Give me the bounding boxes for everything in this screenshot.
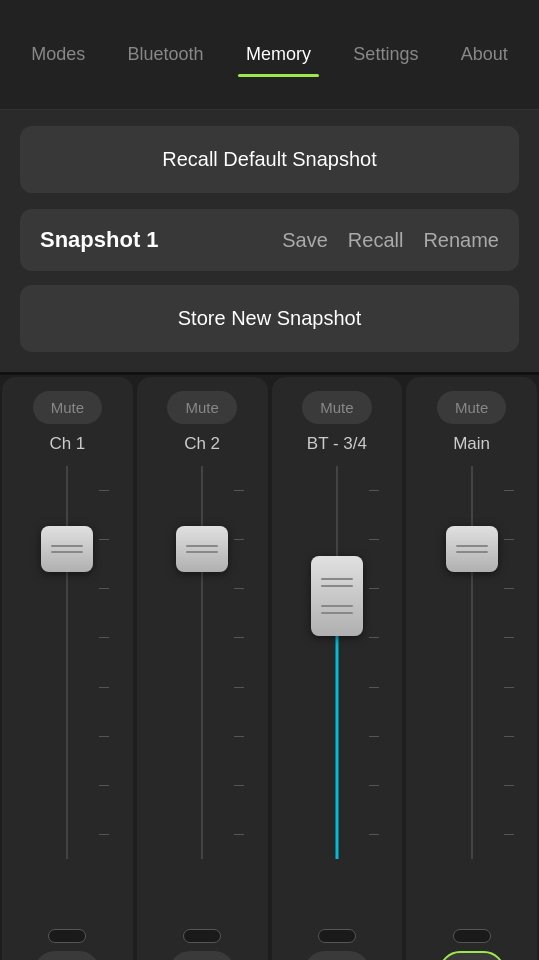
snapshot-row: Snapshot 1 Save Recall Rename <box>20 209 519 271</box>
ch1-indicator <box>48 929 86 943</box>
bt34-handle-line1 <box>321 578 353 580</box>
ch2-handle-line2 <box>186 551 218 553</box>
main-bottom <box>439 929 505 960</box>
ch2-fader-track <box>201 466 203 859</box>
nav-modes[interactable]: Modes <box>23 34 93 75</box>
bt34-track-top <box>336 466 338 566</box>
ch1-fader-handle[interactable] <box>41 526 93 572</box>
snapshot-actions: Save Recall Rename <box>282 229 499 252</box>
memory-section: Recall Default Snapshot Snapshot 1 Save … <box>0 110 539 375</box>
tick <box>504 637 514 638</box>
tick <box>369 637 379 638</box>
mute-ch1-button[interactable]: Mute <box>33 391 102 424</box>
bt34-tick-marks <box>369 466 379 859</box>
bt34-label: BT - 3/4 <box>307 434 367 454</box>
save-button[interactable]: Save <box>282 229 328 252</box>
tick <box>369 588 379 589</box>
channel-main: Mute Main <box>406 377 537 960</box>
ch1-handle-line2 <box>51 551 83 553</box>
ch1-bottom <box>34 929 100 960</box>
main-fader-handle[interactable] <box>446 526 498 572</box>
main-indicator <box>453 929 491 943</box>
ch2-fader-handle[interactable] <box>176 526 228 572</box>
channel-ch2: Mute Ch 2 <box>137 377 268 960</box>
main-tick-marks <box>504 466 514 859</box>
ch2-fader-area <box>137 466 268 929</box>
tick <box>504 687 514 688</box>
tick <box>369 834 379 835</box>
tick <box>234 785 244 786</box>
ch2-tick-marks <box>234 466 244 859</box>
tick <box>504 588 514 589</box>
tick <box>99 785 109 786</box>
tick <box>504 539 514 540</box>
ch1-tick-marks <box>99 466 109 859</box>
tick <box>369 490 379 491</box>
nav-bluetooth[interactable]: Bluetooth <box>120 34 212 75</box>
bt34-fader-area <box>272 466 403 929</box>
bt34-handle-line2 <box>321 585 353 587</box>
bt34-indicator <box>318 929 356 943</box>
nav-memory[interactable]: Memory <box>238 34 319 75</box>
tick <box>504 785 514 786</box>
recall-button[interactable]: Recall <box>348 229 404 252</box>
tick <box>504 736 514 737</box>
channel-bt34: Mute BT - 3/4 <box>272 377 403 960</box>
tick <box>369 785 379 786</box>
tick <box>234 637 244 638</box>
mute-main-button[interactable]: Mute <box>437 391 506 424</box>
ch1-fader-area <box>2 466 133 929</box>
main-handle-line2 <box>456 551 488 553</box>
tick <box>99 490 109 491</box>
tick <box>234 834 244 835</box>
main-fader-area <box>406 466 537 929</box>
main-label: Main <box>453 434 490 454</box>
tick <box>99 588 109 589</box>
tick <box>99 687 109 688</box>
tick <box>369 539 379 540</box>
tick <box>99 637 109 638</box>
snapshot-name: Snapshot 1 <box>40 227 282 253</box>
ch2-settings-button[interactable] <box>169 951 235 960</box>
recall-default-button[interactable]: Recall Default Snapshot <box>20 126 519 193</box>
main-handle-line1 <box>456 545 488 547</box>
ch1-settings-button[interactable] <box>34 951 100 960</box>
ch1-fader-track <box>66 466 68 859</box>
rename-button[interactable]: Rename <box>423 229 499 252</box>
main-settings-button[interactable] <box>439 951 505 960</box>
bt34-track-colored <box>335 624 338 859</box>
bt34-handle-line3 <box>321 605 353 607</box>
bt34-handle-line4 <box>321 612 353 614</box>
tick <box>504 490 514 491</box>
tick <box>369 687 379 688</box>
tick <box>234 490 244 491</box>
navigation: Modes Bluetooth Memory Settings About <box>0 0 539 110</box>
tick <box>99 834 109 835</box>
store-new-button[interactable]: Store New Snapshot <box>20 285 519 352</box>
tick <box>369 736 379 737</box>
ch2-bottom <box>169 929 235 960</box>
channel-ch1: Mute Ch 1 <box>2 377 133 960</box>
tick <box>234 588 244 589</box>
mute-bt34-button[interactable]: Mute <box>302 391 371 424</box>
main-fader-track <box>471 466 473 859</box>
ch1-label: Ch 1 <box>49 434 85 454</box>
tick <box>99 736 109 737</box>
ch2-indicator <box>183 929 221 943</box>
bt34-fader-handle[interactable] <box>311 556 363 636</box>
tick <box>234 736 244 737</box>
tick <box>99 539 109 540</box>
ch2-label: Ch 2 <box>184 434 220 454</box>
tick <box>234 687 244 688</box>
nav-about[interactable]: About <box>453 34 516 75</box>
mixer: Mute Ch 1 <box>0 375 539 960</box>
ch1-handle-line1 <box>51 545 83 547</box>
ch2-handle-line1 <box>186 545 218 547</box>
bt34-bottom <box>304 929 370 960</box>
bt34-settings-button[interactable] <box>304 951 370 960</box>
tick <box>504 834 514 835</box>
mute-ch2-button[interactable]: Mute <box>167 391 236 424</box>
tick <box>234 539 244 540</box>
nav-settings[interactable]: Settings <box>345 34 426 75</box>
